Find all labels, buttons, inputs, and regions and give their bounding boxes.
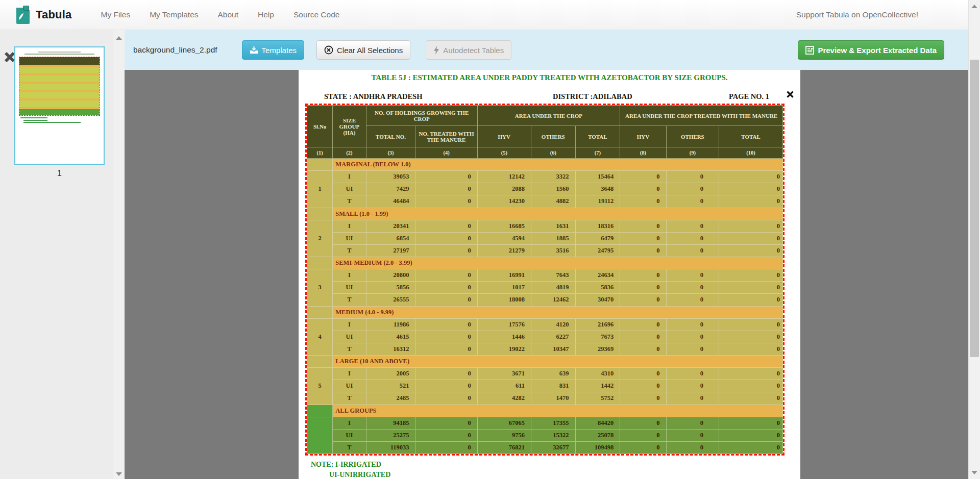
table-row: UI58560101748195836000 — [307, 282, 783, 294]
value-cell: 0 — [620, 244, 666, 257]
value-cell: 15464 — [575, 171, 620, 183]
value-cell: 16312 — [366, 343, 415, 355]
col-number-6: (6) — [531, 147, 575, 159]
value-cell: 7673 — [575, 331, 620, 343]
value-cell: 0 — [415, 343, 477, 355]
table-body: MARGINAL (BELOW 1.0)1I390530121423322154… — [307, 159, 783, 454]
nav-support-link[interactable]: Support Tabula on OpenCollective! — [796, 10, 918, 19]
value-cell: 0 — [666, 294, 719, 306]
col-subheader-1: NO. TREATED WITH THE MANURE — [415, 126, 477, 147]
value-cell: 0 — [415, 392, 477, 405]
group-band-label: MARGINAL (BELOW 1.0) — [333, 159, 783, 171]
sidebar-scroll-up-icon[interactable] — [116, 36, 122, 40]
nav-help[interactable]: Help — [248, 5, 284, 24]
nav-my-templates[interactable]: My Templates — [140, 5, 208, 24]
irrigation-type-cell: I — [333, 417, 366, 429]
doc-title: TABLE 5J : ESTIMATED AREA UNDER PADDY TR… — [299, 73, 800, 82]
slno-cell: 1 — [307, 171, 333, 208]
col-header-holdings-group: NO. OF HOLDINGS GROWING THE CROP — [366, 106, 477, 126]
group-band-label: LARGE (10 AND ABOVE) — [333, 356, 783, 368]
value-cell: 25078 — [575, 429, 620, 441]
value-cell: 39053 — [366, 171, 415, 183]
value-cell: 0 — [415, 232, 477, 244]
value-cell: 4882 — [531, 195, 575, 208]
value-cell: 2485 — [366, 392, 415, 405]
value-cell: 0 — [415, 269, 477, 282]
brand[interactable]: Tabula — [15, 6, 71, 24]
navbar: Tabula My Files My Templates About Help … — [0, 0, 968, 30]
clear-all-selections-button[interactable]: Clear All Selections — [316, 40, 410, 60]
preview-export-button[interactable]: Preview & Export Extracted Data — [798, 40, 944, 60]
sidebar: 1 — [0, 30, 125, 479]
thumb-row — [19, 113, 100, 115]
value-cell: 0 — [620, 343, 666, 355]
value-cell: 831 — [531, 380, 575, 392]
value-cell: 0 — [415, 417, 477, 429]
value-cell: 20341 — [366, 220, 415, 232]
value-cell: 0 — [620, 220, 666, 232]
nav-source-code[interactable]: Source Code — [284, 5, 349, 24]
pdf-page: TABLE 5J : ESTIMATED AREA UNDER PADDY TR… — [299, 70, 800, 479]
selection-close-button[interactable] — [786, 90, 794, 98]
value-cell: 0 — [620, 368, 666, 380]
window-scrollbar[interactable] — [968, 0, 980, 479]
value-cell: 0 — [620, 294, 666, 306]
value-cell: 76821 — [477, 441, 531, 453]
autodetect-tables-label: Autodetect Tables — [443, 46, 504, 55]
value-cell: 0 — [666, 392, 719, 405]
value-cell: 0 — [666, 220, 719, 232]
group-band-label: ALL GROUPS — [333, 405, 783, 417]
table-row: T265550180081246230470000 — [307, 294, 783, 306]
band-slno-cell — [307, 356, 333, 368]
scroll-up-icon[interactable] — [971, 5, 977, 8]
value-cell: 0 — [719, 269, 783, 282]
value-cell: 0 — [620, 429, 666, 441]
table-row: 3I20800016991764324634000 — [307, 269, 783, 282]
irrigation-type-cell: T — [333, 294, 366, 306]
thumbnail-page-number: 1 — [14, 169, 105, 178]
templates-button[interactable]: Templates — [242, 40, 304, 60]
autodetect-tables-button[interactable]: Autodetect Tables — [426, 40, 511, 60]
scrollbar-thumb[interactable] — [970, 60, 979, 357]
value-cell: 24634 — [575, 269, 620, 282]
clear-selections-icon — [324, 45, 333, 55]
table-row: 5I2005036716394310000 — [307, 368, 783, 380]
nav-my-files[interactable]: My Files — [91, 5, 140, 24]
value-cell: 0 — [719, 331, 783, 343]
value-cell: 6227 — [531, 331, 575, 343]
templates-icon — [250, 46, 258, 54]
doc-state: STATE : ANDHRA PRADESH — [324, 92, 422, 101]
value-cell: 7643 — [531, 269, 575, 282]
sidebar-scroll-down-icon[interactable] — [116, 472, 122, 476]
value-cell: 119033 — [366, 441, 415, 453]
slno-cell: 3 — [307, 269, 333, 306]
page-thumbnail[interactable] — [14, 46, 105, 165]
value-cell: 0 — [620, 441, 666, 453]
table-row: T163120190221034729369000 — [307, 343, 783, 355]
col-header-area-group: AREA UNDER THE CROP — [477, 106, 620, 126]
irrigation-type-cell: T — [333, 343, 366, 355]
nav-about[interactable]: About — [208, 5, 249, 24]
value-cell: 0 — [719, 183, 783, 195]
sidebar-scrollbar[interactable] — [113, 30, 125, 479]
value-cell: 0 — [620, 232, 666, 244]
value-cell: 21696 — [575, 318, 620, 331]
value-cell: 2005 — [366, 368, 415, 380]
group-band-row: LARGE (10 AND ABOVE) — [307, 356, 783, 368]
value-cell: 0 — [415, 294, 477, 306]
group-band-label: SEMI-MEDIUM (2.0 - 3.99) — [333, 257, 783, 269]
value-cell: 18008 — [477, 294, 531, 306]
value-cell: 0 — [666, 429, 719, 441]
table-selection-region[interactable]: Sl.NoSIZE GROUP (HA)NO. OF HOLDINGS GROW… — [305, 104, 785, 456]
lightning-icon — [433, 46, 439, 55]
value-cell: 0 — [719, 244, 783, 257]
value-cell: 0 — [620, 282, 666, 294]
extracted-table: Sl.NoSIZE GROUP (HA)NO. OF HOLDINGS GROW… — [307, 105, 783, 454]
value-cell: 32677 — [531, 441, 575, 453]
value-cell: 0 — [415, 380, 477, 392]
value-cell: 10347 — [531, 343, 575, 355]
value-cell: 109498 — [575, 441, 620, 453]
value-cell: 19112 — [575, 195, 620, 208]
band-slno-cell — [307, 159, 333, 171]
scroll-down-icon[interactable] — [971, 471, 977, 474]
